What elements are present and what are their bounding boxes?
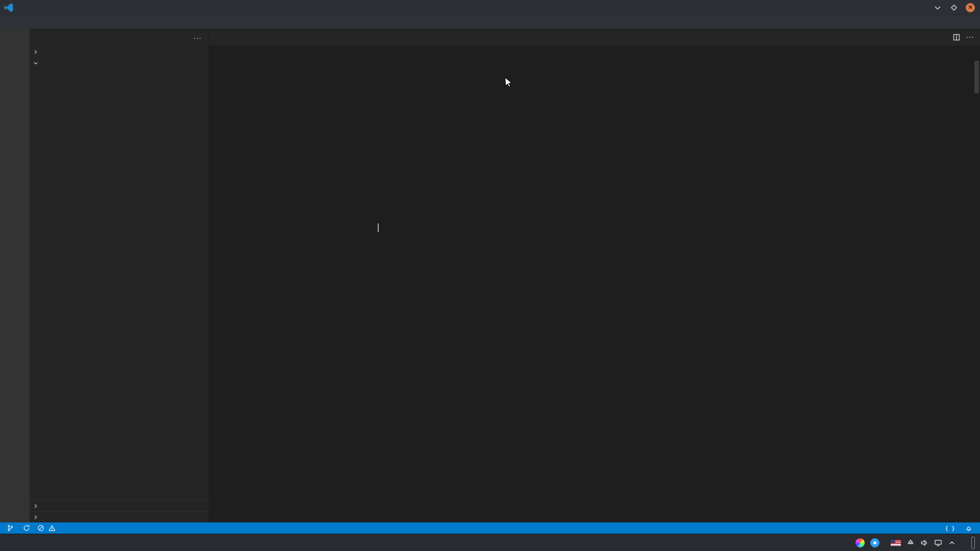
notifications-bell[interactable] [962,524,976,532]
menubar [0,15,980,29]
bell-icon [965,524,972,532]
sync-button[interactable] [19,524,34,532]
flag-icon[interactable] [891,540,901,546]
vscode-logo-icon [4,3,13,12]
open-editors-section[interactable] [30,46,209,58]
problems-indicator[interactable] [34,524,61,532]
editor-scrollbar[interactable] [973,58,980,522]
git-branch-indicator[interactable] [3,524,19,532]
outline-section[interactable] [30,500,209,511]
tab-bar: ··· [209,29,980,45]
close-button[interactable]: ✕ [966,3,975,12]
warnings-icon [48,524,56,532]
display-tray-icon[interactable] [934,539,942,547]
editor-more-actions-icon[interactable]: ··· [966,33,974,42]
messenger-tray-icon[interactable] [870,538,879,547]
system-taskbar [0,534,980,551]
color-profile-tray-icon[interactable] [855,538,865,547]
braces-icon: { } [945,525,955,532]
text-caret [378,223,379,232]
explorer-sidebar: ··· [30,29,209,522]
titlebar: ✕ [0,0,980,15]
branch-icon [7,524,14,532]
file-tree [30,69,209,500]
errors-icon [37,524,44,532]
breadcrumb [209,45,980,58]
split-editor-icon[interactable] [952,33,961,41]
sync-icon [23,524,30,532]
status-bar: { } [0,522,980,534]
volume-tray-icon[interactable] [920,539,928,547]
restore-button[interactable] [949,3,959,12]
project-root-section[interactable] [30,58,209,69]
timeline-section[interactable] [30,511,209,522]
panel-edge-toggle[interactable] [971,537,975,549]
language-mode[interactable]: { } [941,525,962,532]
minimap[interactable] [919,60,973,522]
code-editor[interactable] [209,58,980,522]
eject-tray-icon[interactable] [906,539,915,547]
activity-bar [0,29,30,522]
explorer-more-actions-icon[interactable]: ··· [193,33,202,42]
minimize-button[interactable] [933,3,942,12]
vscode-window: ✕ ··· [0,0,980,551]
tray-expand-caret-icon[interactable] [948,539,956,547]
